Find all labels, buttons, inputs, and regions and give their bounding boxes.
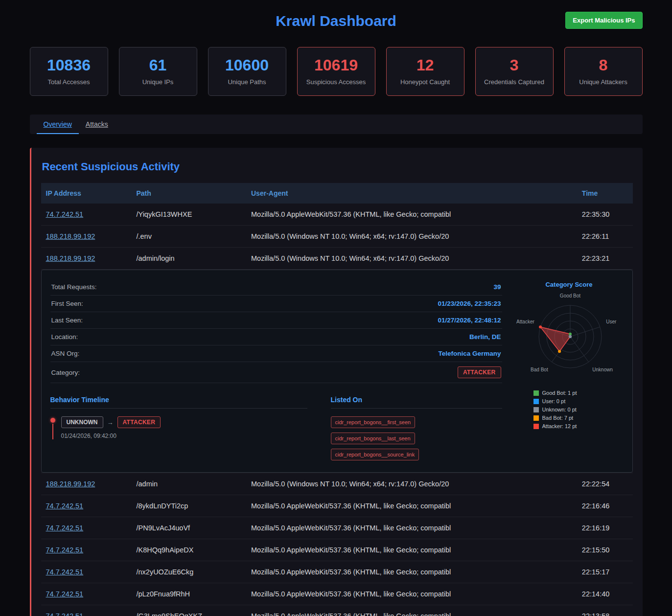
stat-label: Honeypot Caught xyxy=(390,78,461,86)
stat-card-credentials-captured: 3 Credentials Captured xyxy=(475,47,554,96)
col-header-path: Path xyxy=(131,183,246,204)
row-user-agent: Mozilla/5.0 AppleWebKit/537.36 (KHTML, l… xyxy=(246,583,577,605)
ip-detail-row: Total Requests: 39 First Seen: 01/23/202… xyxy=(41,270,633,473)
stat-card-unique-attackers: 8 Unique Attackers xyxy=(564,47,643,96)
field-value: 01/27/2026, 22:48:12 xyxy=(438,317,501,324)
ip-link[interactable]: 74.7.242.51 xyxy=(46,210,84,218)
row-user-agent: Mozilla/5.0 (Windows NT 10.0; Win64; x64… xyxy=(246,473,577,495)
field-label: ASN Org: xyxy=(51,350,80,357)
export-malicious-ips-button[interactable]: Export Malicious IPs xyxy=(565,12,642,29)
ip-link[interactable]: 188.218.99.192 xyxy=(46,232,95,240)
row-time: 22:15:17 xyxy=(577,561,633,583)
ip-link[interactable]: 188.218.99.192 xyxy=(46,480,95,488)
ip-detail-panel: Total Requests: 39 First Seen: 01/23/202… xyxy=(41,270,633,473)
row-path: /admin/login xyxy=(131,248,246,270)
suspicious-activity-table: IP Address Path User-Agent Time 74.7.242… xyxy=(41,183,633,616)
arrow-right-icon: → xyxy=(107,419,114,426)
row-user-agent: Mozilla/5.0 AppleWebKit/537.36 (KHTML, l… xyxy=(246,517,577,539)
page-title: Krawl Dashboard xyxy=(30,9,643,29)
legend-swatch-user xyxy=(533,399,539,404)
row-path: /.env xyxy=(131,226,246,248)
row-time: 22:15:50 xyxy=(577,539,633,561)
ip-link[interactable]: 74.7.242.51 xyxy=(46,612,84,616)
table-row[interactable]: 74.7.242.51 /8ykdLnDYTi2cp Mozilla/5.0 A… xyxy=(41,495,633,517)
legend-swatch-bad-bot xyxy=(533,415,539,421)
table-row[interactable]: 74.7.242.51 /pLz0Fnua9fRhH Mozilla/5.0 A… xyxy=(41,583,633,605)
row-path: /admin xyxy=(131,473,246,495)
row-user-agent: Mozilla/5.0 AppleWebKit/537.36 (KHTML, l… xyxy=(246,204,577,226)
stat-value: 3 xyxy=(479,56,550,74)
field-value: 01/23/2026, 22:35:23 xyxy=(438,300,501,307)
stat-card-suspicious-accesses: 10619 Suspicious Accesses xyxy=(297,47,375,96)
table-row[interactable]: 188.218.99.192 /admin/login Mozilla/5.0 … xyxy=(41,248,633,270)
stat-cards: 10836 Total Accesses 61 Unique IPs 10600… xyxy=(30,47,643,96)
row-time: 22:23:21 xyxy=(577,248,633,270)
listed-on-badge: cidr_report_bogons__first_seen xyxy=(331,416,416,428)
field-label: Total Requests: xyxy=(51,283,97,291)
table-row[interactable]: 188.218.99.192 /admin Mozilla/5.0 (Windo… xyxy=(41,473,633,495)
row-user-agent: Mozilla/5.0 (Windows NT 10.0; Win64; x64… xyxy=(246,226,577,248)
timeline-item: UNKNOWN → ATTACKER 01/24/2026, 09:42:00 xyxy=(50,416,307,439)
behavior-timeline-title: Behavior Timeline xyxy=(50,396,307,409)
legend-item-bad-bot: Bad Bot: 7 pt xyxy=(533,415,624,421)
row-user-agent: Mozilla/5.0 AppleWebKit/537.36 (KHTML, l… xyxy=(246,495,577,517)
stat-label: Suspicious Accesses xyxy=(301,78,372,86)
field-label: Location: xyxy=(51,333,78,341)
row-path: /nx2yUOZuE6Ckg xyxy=(131,561,246,583)
listed-on-section: Listed On cidr_report_bogons__first_seen… xyxy=(331,396,502,460)
table-row[interactable]: 74.7.242.51 /K8HQq9hAipeDX Mozilla/5.0 A… xyxy=(41,539,633,561)
timeline-from-badge: UNKNOWN xyxy=(61,416,103,428)
stat-card-unique-paths: 10600 Unique Paths xyxy=(208,47,286,96)
stat-value: 61 xyxy=(122,56,194,74)
timeline-to-badge: ATTACKER xyxy=(117,416,161,428)
table-row[interactable]: 74.7.242.51 /YiqykGI13WHXE Mozilla/5.0 A… xyxy=(41,204,633,226)
stat-label: Unique Attackers xyxy=(568,78,639,86)
field-asn-org: ASN Org: Telefonica Germany xyxy=(50,345,502,362)
listed-on-badge: cidr_report_bogons__source_link xyxy=(331,449,419,460)
svg-text:Attacker: Attacker xyxy=(516,319,534,324)
row-time: 22:26:11 xyxy=(577,226,633,248)
table-row[interactable]: 74.7.242.51 /PN9LvAcJ4uoVf Mozilla/5.0 A… xyxy=(41,517,633,539)
field-category: Category: ATTACKER xyxy=(50,362,502,383)
tab-attacks[interactable]: Attacks xyxy=(79,114,115,134)
table-row[interactable]: 74.7.242.51 /G3Lme9ShEQgXKZ Mozilla/5.0 … xyxy=(41,605,633,616)
stat-label: Unique Paths xyxy=(211,78,283,86)
stat-card-total-accesses: 10836 Total Accesses xyxy=(30,47,108,96)
category-attacker-badge: ATTACKER xyxy=(458,366,501,378)
ip-link[interactable]: 74.7.242.51 xyxy=(46,524,84,532)
listed-on-title: Listed On xyxy=(331,396,502,409)
ip-link[interactable]: 74.7.242.51 xyxy=(46,546,84,554)
table-header: IP Address Path User-Agent Time xyxy=(41,183,633,204)
field-last-seen: Last Seen: 01/27/2026, 22:48:12 xyxy=(50,312,502,329)
row-time: 22:13:58 xyxy=(577,605,633,616)
col-header-time: Time xyxy=(577,183,633,204)
legend-item-user: User: 0 pt xyxy=(533,398,624,404)
stat-label: Credentials Captured xyxy=(479,78,550,86)
detail-subsections: Behavior Timeline xyxy=(50,396,502,460)
stat-value: 10836 xyxy=(33,56,105,74)
field-first-seen: First Seen: 01/23/2026, 22:35:23 xyxy=(50,296,502,312)
stat-label: Total Accesses xyxy=(33,78,105,86)
table-row[interactable]: 74.7.242.51 /nx2yUOZuE6Ckg Mozilla/5.0 A… xyxy=(41,561,633,583)
category-score-title: Category Score xyxy=(515,281,624,288)
ip-link[interactable]: 188.218.99.192 xyxy=(46,254,95,262)
row-path: /PN9LvAcJ4uoVf xyxy=(131,517,246,539)
category-score-legend: Good Bot: 1 pt User: 0 pt Unknown: 0 pt … xyxy=(533,390,624,429)
field-value: Telefonica Germany xyxy=(438,350,501,357)
legend-swatch-attacker xyxy=(533,424,539,429)
legend-item-good-bot: Good Bot: 1 pt xyxy=(533,390,624,396)
stat-value: 12 xyxy=(390,56,461,74)
legend-swatch-good-bot xyxy=(533,390,539,396)
ip-link[interactable]: 74.7.242.51 xyxy=(46,590,84,598)
row-time: 22:14:40 xyxy=(577,583,633,605)
ip-link[interactable]: 74.7.242.51 xyxy=(46,568,84,576)
category-score-section: Category Score Good BotUserUnknownBad Bo… xyxy=(515,279,624,460)
ip-link[interactable]: 74.7.242.51 xyxy=(46,502,84,510)
col-header-user-agent: User-Agent xyxy=(246,183,577,204)
stat-card-unique-ips: 61 Unique IPs xyxy=(119,47,197,96)
tab-overview[interactable]: Overview xyxy=(37,114,79,134)
row-user-agent: Mozilla/5.0 AppleWebKit/537.36 (KHTML, l… xyxy=(246,539,577,561)
row-user-agent: Mozilla/5.0 AppleWebKit/537.36 (KHTML, l… xyxy=(246,605,577,616)
field-location: Location: Berlin, DE xyxy=(50,329,502,345)
table-row[interactable]: 188.218.99.192 /.env Mozilla/5.0 (Window… xyxy=(41,226,633,248)
